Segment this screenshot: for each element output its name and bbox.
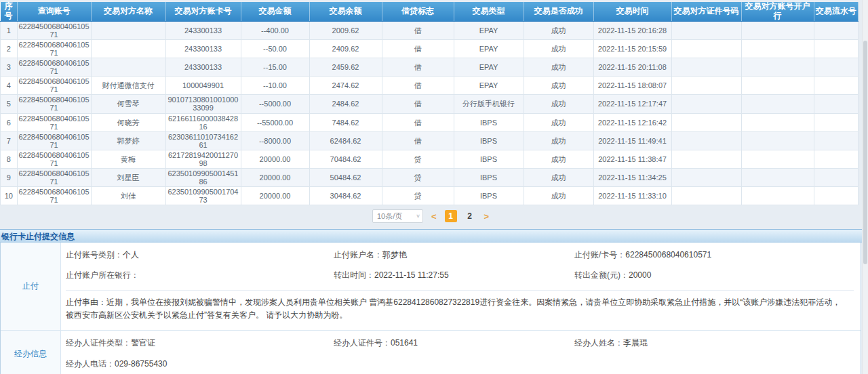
table-cell: 2022-11-15 12:16:42 bbox=[593, 113, 671, 131]
table-cell: 6230361101073416261 bbox=[165, 131, 241, 150]
table-cell: 6228450068040610571 bbox=[17, 169, 91, 187]
column-header: 交易时间 bbox=[593, 2, 671, 21]
table-cell bbox=[741, 58, 814, 76]
stop-payment-reason: 止付事由：近期，我单位在接报刘妮被骗警情中，发现涉案人员利用贵单位相关账户 曹鸿… bbox=[66, 290, 854, 324]
agent-field-row-1: 经办人证件类型：警官证 经办人证件号：051641 经办人姓名：李晨琨 bbox=[66, 337, 854, 349]
pagination: 10条/页 ∨ < 1 2 > bbox=[0, 209, 863, 224]
table-cell: 2474.62 bbox=[309, 77, 382, 95]
table-cell bbox=[814, 77, 859, 95]
field-cert-type: 经办人证件类型：警官证 bbox=[66, 337, 334, 349]
table-cell bbox=[671, 58, 741, 76]
table-cell bbox=[91, 39, 165, 58]
table-cell: 成功 bbox=[524, 169, 593, 187]
field-account-type: 止付账号类别：个人 bbox=[66, 249, 334, 261]
table-cell: --400.00 bbox=[241, 21, 309, 39]
table-cell: 6228450068040610571 bbox=[17, 77, 91, 95]
table-cell: IBPS bbox=[454, 113, 524, 131]
field-bank: 止付账户所在银行： bbox=[66, 270, 334, 281]
table-cell: 成功 bbox=[524, 21, 593, 39]
table-cell bbox=[671, 131, 741, 150]
table-cell: 2459.62 bbox=[309, 58, 382, 76]
table-cell: 6 bbox=[1, 113, 18, 131]
field-cert-no: 经办人证件号：051641 bbox=[334, 337, 574, 349]
table-row: 26228450068040610571243300133--50.002409… bbox=[1, 39, 859, 58]
table-cell: 4 bbox=[1, 77, 18, 95]
table-cell: 7 bbox=[1, 131, 18, 150]
table-row: 36228450068040610571243300133--15.002459… bbox=[1, 58, 859, 76]
table-row: 56228450068040610571何雪琴90107130801001000… bbox=[1, 95, 859, 113]
table-cell: 何晓芳 bbox=[91, 113, 165, 131]
table-cell bbox=[814, 21, 859, 39]
page-button-1[interactable]: 1 bbox=[445, 210, 457, 222]
column-header: 查询账号 bbox=[17, 2, 91, 21]
table-cell: EPAY bbox=[454, 77, 524, 95]
table-cell: 20000.00 bbox=[241, 150, 309, 168]
column-header: 交易对方账号开户行 bbox=[741, 2, 814, 21]
field-amount: 转出金额(元)：20000 bbox=[574, 270, 854, 281]
page-size-select[interactable]: 10条/页 ∨ bbox=[372, 209, 423, 223]
agent-info-side-label: 经办信息 bbox=[1, 331, 61, 374]
table-cell bbox=[91, 21, 165, 39]
table-cell bbox=[814, 113, 859, 131]
column-header: 序号 bbox=[1, 2, 18, 21]
table-cell: 财付通微信支付 bbox=[91, 77, 165, 95]
table-cell bbox=[671, 187, 741, 205]
table-cell: 6217281942001127098 bbox=[165, 150, 241, 168]
table-cell: IBPS bbox=[454, 131, 524, 150]
table-cell bbox=[741, 150, 814, 168]
table-cell bbox=[814, 169, 859, 187]
field-account-name: 止付账户名：郭梦艳 bbox=[334, 249, 574, 261]
table-cell: 6228450068040610571 bbox=[17, 150, 91, 168]
table-cell: 9 bbox=[1, 169, 18, 187]
page: 序号查询账号交易对方名称交易对方账卡号交易金额交易余额借贷标志交易类型交易是否成… bbox=[0, 0, 863, 374]
table-row: 46228450068040610571财付通微信支付1000049901--1… bbox=[1, 77, 859, 95]
table-cell: 6228450068040610571 bbox=[17, 58, 91, 76]
stop-payment-row: 止付 止付账号类别：个人 止付账户名：郭梦艳 止付账/卡号：6228450068… bbox=[1, 243, 861, 329]
table-cell: 成功 bbox=[524, 113, 593, 131]
vertical-scrollbar[interactable] bbox=[862, 0, 868, 374]
chevron-down-icon: ∨ bbox=[416, 213, 420, 219]
column-header: 借贷标志 bbox=[382, 2, 454, 21]
table-cell: 30484.62 bbox=[309, 187, 382, 205]
table-cell: 贷 bbox=[382, 150, 454, 168]
table-cell bbox=[741, 169, 814, 187]
table-cell: 2022-11-15 20:11:08 bbox=[593, 58, 671, 76]
table-cell: 借 bbox=[382, 77, 454, 95]
table-cell: 2022-11-15 18:08:07 bbox=[593, 77, 671, 95]
table-cell bbox=[671, 95, 741, 113]
prev-page-button[interactable]: < bbox=[430, 211, 438, 222]
table-cell bbox=[741, 131, 814, 150]
table-cell: 2022-11-15 11:34:25 bbox=[593, 169, 671, 187]
table-cell: 6228450068040610571 bbox=[17, 21, 91, 39]
table-cell: 6228450068040610571 bbox=[17, 95, 91, 113]
table-cell: 50484.62 bbox=[309, 169, 382, 187]
table-cell: EPAY bbox=[454, 58, 524, 76]
table-cell: 6216611600003842816 bbox=[165, 113, 241, 131]
column-header: 交易是否成功 bbox=[524, 2, 593, 21]
agent-info-row: 经办信息 经办人证件类型：警官证 经办人证件号：051641 经办人姓名：李晨琨… bbox=[1, 330, 861, 374]
table-cell: 郭梦婷 bbox=[91, 131, 165, 150]
table-cell: --8000.00 bbox=[241, 131, 309, 150]
table-row: 66228450068040610571何晓芳62166116000038428… bbox=[1, 113, 859, 131]
table-cell: 6228450068040610571 bbox=[17, 131, 91, 150]
stop-payment-section-title: 银行卡止付提交信息 bbox=[0, 229, 863, 243]
stop-payment-content: 止付账号类别：个人 止付账户名：郭梦艳 止付账/卡号：6228450068040… bbox=[61, 243, 861, 329]
transactions-header-row: 序号查询账号交易对方名称交易对方账卡号交易金额交易余额借贷标志交易类型交易是否成… bbox=[1, 2, 859, 21]
column-header: 交易金额 bbox=[241, 2, 309, 21]
table-cell: 借 bbox=[382, 131, 454, 150]
page-button-2[interactable]: 2 bbox=[464, 210, 476, 222]
scrollbar-thumb[interactable] bbox=[863, 41, 867, 264]
table-cell: 7484.62 bbox=[309, 113, 382, 131]
table-cell: 10 bbox=[1, 187, 18, 205]
table-cell: 2484.62 bbox=[309, 95, 382, 113]
table-cell: 刘佳 bbox=[91, 187, 165, 205]
stop-payment-info-box: 止付 止付账号类别：个人 止付账户名：郭梦艳 止付账/卡号：6228450068… bbox=[0, 243, 861, 374]
table-cell: 6228450068040610571 bbox=[17, 39, 91, 58]
table-cell: 1000049901 bbox=[165, 77, 241, 95]
table-cell: 2 bbox=[1, 39, 18, 58]
table-cell: 借 bbox=[382, 21, 454, 39]
table-row: 86228450068040610571黄梅621728194200112709… bbox=[1, 150, 859, 168]
next-page-button[interactable]: > bbox=[483, 211, 491, 222]
table-cell: 成功 bbox=[524, 131, 593, 150]
table-row: 96228450068040610571刘星臣62350109905001451… bbox=[1, 169, 859, 187]
